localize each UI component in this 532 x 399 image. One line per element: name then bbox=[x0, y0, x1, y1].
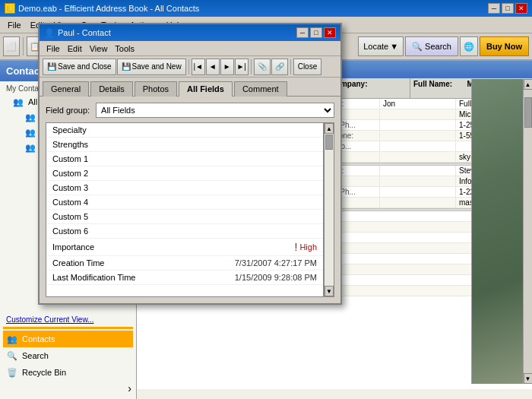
save-new-label: Save and New bbox=[132, 62, 182, 71]
search-button[interactable]: 🔍 Search bbox=[405, 36, 458, 56]
cell-email-2 bbox=[380, 152, 456, 162]
scroll-up-btn[interactable]: ▲ bbox=[524, 79, 533, 90]
dialog-toolbar: 💾 Save and Close 💾 Save and New |◄ ◄ ► ►… bbox=[40, 56, 340, 78]
link-btn[interactable]: 🔗 bbox=[271, 59, 288, 75]
tab-comment[interactable]: Comment bbox=[234, 81, 287, 97]
buy-now-button[interactable]: Buy Now bbox=[480, 36, 529, 56]
minimize-button[interactable]: ─ bbox=[488, 3, 500, 14]
last-mod-label: Last Modification Time bbox=[52, 273, 135, 282]
vscroll-track bbox=[524, 90, 532, 373]
tab-details[interactable]: Details bbox=[90, 81, 133, 97]
vertical-scrollbar[interactable]: ▲ ▼ bbox=[523, 79, 532, 384]
thumbnail-area: ▲ ▼ bbox=[471, 79, 532, 384]
dialog-menu-tools[interactable]: Tools bbox=[111, 43, 138, 54]
toolbar-small-btn-1[interactable]: ⬜ bbox=[3, 36, 20, 56]
dialog-sep-2 bbox=[251, 59, 252, 74]
dialog-title-text: 👤 Paul - Contact bbox=[44, 28, 111, 38]
search-nav-icon: 🔍 bbox=[6, 350, 18, 362]
cell-email-2b bbox=[380, 198, 456, 207]
save-close-icon: 💾 bbox=[47, 62, 56, 71]
dialog-sep-1 bbox=[188, 59, 189, 74]
field-group-select[interactable]: All Fields bbox=[96, 103, 334, 118]
dialog-titlebar: 👤 Paul - Contact ─ □ ✕ bbox=[40, 24, 340, 41]
field-importance[interactable]: Importance ! High bbox=[46, 239, 323, 256]
importance-text: High bbox=[299, 242, 317, 252]
list-scroll-up[interactable]: ▲ bbox=[325, 123, 334, 134]
recycle-icon: 🗑️ bbox=[6, 366, 18, 378]
window-controls: ─ □ ✕ bbox=[488, 3, 527, 14]
list-scroll-thumb[interactable] bbox=[325, 135, 333, 150]
creation-time-value: 7/31/2007 4:27:17 PM bbox=[235, 258, 317, 268]
locate-button[interactable]: Locate ▼ bbox=[358, 36, 404, 56]
field-last-modification[interactable]: Last Modification Time 1/15/2009 9:28:08… bbox=[46, 271, 323, 285]
dialog-minimize-btn[interactable]: ─ bbox=[296, 27, 309, 38]
field-custom-5[interactable]: Custom 5 bbox=[46, 210, 323, 224]
dialog-menu-file[interactable]: File bbox=[43, 43, 64, 54]
save-close-button[interactable]: 💾 Save and Close bbox=[43, 59, 116, 75]
toolbar-right: Locate ▼ 🔍 Search 🌐 Buy Now bbox=[358, 36, 529, 56]
fields-list[interactable]: Specialty Strengths Custom 1 Custom 2 Cu… bbox=[46, 122, 324, 297]
maximize-button[interactable]: □ bbox=[502, 3, 514, 14]
dialog-menu-view[interactable]: View bbox=[86, 43, 112, 54]
title-bar: 📒 Demo.eab - Efficient Address Book - Al… bbox=[0, 0, 532, 17]
scroll-down-btn[interactable]: ▼ bbox=[524, 373, 533, 384]
field-custom-2[interactable]: Custom 2 bbox=[46, 166, 323, 181]
recycle-nav-button[interactable]: 🗑️ Recycle Bin bbox=[3, 364, 133, 381]
dialog-title-label: Paul - Contact bbox=[58, 28, 111, 37]
dialog-menu: File Edit View Tools bbox=[40, 41, 340, 56]
close-dialog-button[interactable]: Close bbox=[293, 59, 322, 75]
dialog-maximize-btn[interactable]: □ bbox=[310, 27, 322, 38]
tab-general[interactable]: General bbox=[43, 81, 89, 97]
field-custom-3[interactable]: Custom 3 bbox=[46, 181, 323, 195]
search-nav-label: Search bbox=[22, 351, 49, 360]
save-new-button[interactable]: 💾 Save and New bbox=[117, 59, 186, 75]
save-close-label: Save and Close bbox=[58, 62, 112, 71]
field-custom-6[interactable]: Custom 6 bbox=[46, 224, 323, 239]
contacts-nav-button[interactable]: 👥 Contacts bbox=[3, 331, 133, 347]
save-new-icon: 💾 bbox=[122, 62, 131, 71]
nav-first-btn[interactable]: |◄ bbox=[192, 59, 205, 75]
cell-biz-2 bbox=[380, 120, 456, 130]
sidebar-bottom: Customize Current View... 👥 Contacts 🔍 S… bbox=[0, 311, 136, 399]
field-strengths[interactable]: Strengths bbox=[46, 138, 323, 152]
expand-button[interactable]: › bbox=[128, 382, 131, 394]
tab-all-fields[interactable]: All Fields bbox=[179, 81, 233, 97]
list-scrollbar[interactable]: ▲ ▼ bbox=[324, 122, 334, 297]
field-custom-4[interactable]: Custom 4 bbox=[46, 195, 323, 210]
cell-comp-2b bbox=[380, 176, 456, 186]
title-bar-left: 📒 Demo.eab - Efficient Address Book - Al… bbox=[5, 3, 199, 14]
cell-fn-2b bbox=[380, 166, 456, 176]
field-creation-time[interactable]: Creation Time 7/31/2007 4:27:17 PM bbox=[46, 256, 323, 271]
last-mod-value: 1/15/2009 9:28:08 PM bbox=[235, 273, 317, 282]
nav-next-btn[interactable]: ► bbox=[220, 59, 234, 75]
field-custom-1[interactable]: Custom 1 bbox=[46, 152, 323, 166]
list-scroll-track bbox=[325, 134, 334, 286]
dialog-icon: 👤 bbox=[44, 28, 55, 38]
cell-home-2 bbox=[380, 131, 456, 141]
other-contacts-icon: 👥 bbox=[24, 141, 36, 154]
nav-last-btn[interactable]: ►| bbox=[235, 59, 249, 75]
list-scroll-down[interactable]: ▼ bbox=[325, 286, 334, 296]
field-specialty[interactable]: Specialty bbox=[46, 123, 323, 138]
customize-view-link[interactable]: Customize Current View... bbox=[3, 314, 133, 325]
dialog-menu-edit[interactable]: Edit bbox=[64, 43, 86, 54]
locate-label: Locate bbox=[363, 42, 388, 51]
importance-label: Importance bbox=[52, 242, 94, 252]
dialog-tabs: General Details Photos All Fields Commen… bbox=[40, 78, 340, 97]
buy-label: Buy Now bbox=[486, 42, 522, 51]
tab-photos[interactable]: Photos bbox=[135, 81, 177, 97]
separator-1 bbox=[23, 37, 24, 55]
globe-button[interactable]: 🌐 bbox=[460, 36, 478, 56]
menu-file[interactable]: File bbox=[3, 19, 26, 31]
close-button[interactable]: ✕ bbox=[515, 3, 527, 14]
search-nav-button[interactable]: 🔍 Search bbox=[3, 347, 133, 364]
dialog-close-btn[interactable]: ✕ bbox=[324, 27, 336, 38]
contacts-nav-icon: 👥 bbox=[6, 333, 18, 345]
contact-dialog: 👤 Paul - Contact ─ □ ✕ File Edit View To… bbox=[38, 23, 342, 305]
fields-area: Specialty Strengths Custom 1 Custom 2 Cu… bbox=[46, 122, 334, 297]
vscroll-thumb[interactable] bbox=[524, 97, 532, 128]
attach-btn[interactable]: 📎 bbox=[254, 59, 271, 75]
cell-biz-2b bbox=[380, 187, 456, 197]
search-icon: 🔍 bbox=[412, 42, 423, 52]
nav-prev-btn[interactable]: ◄ bbox=[206, 59, 220, 75]
